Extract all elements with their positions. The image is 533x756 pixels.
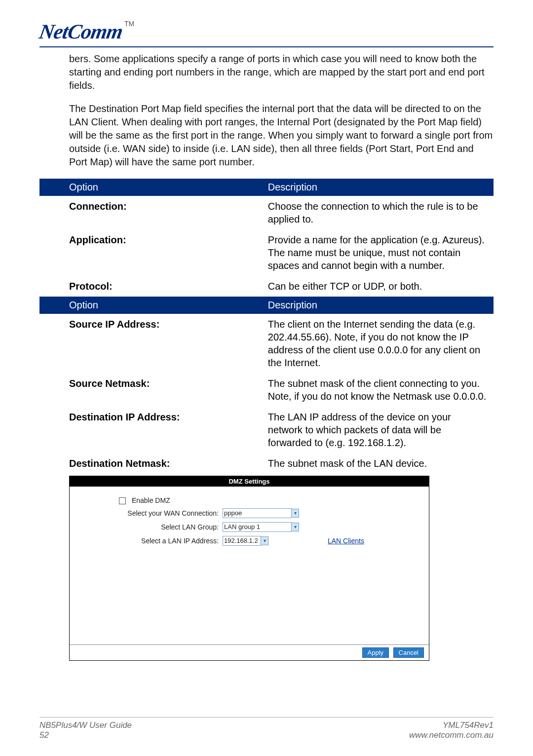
table-row: Destination IP Address: The LAN IP addre…	[39, 407, 494, 453]
option-label: Source Netmask:	[39, 373, 262, 407]
options-table-1: Option Description Connection: Choose th…	[39, 179, 494, 474]
option-label: Destination Netmask:	[39, 453, 262, 474]
option-label: Protocol:	[39, 276, 262, 297]
lan-ip-label: Select a LAN IP Address:	[79, 537, 223, 545]
table-row: Connection: Choose the connection to whi…	[39, 196, 494, 229]
dmz-settings-panel: DMZ Settings Enable DMZ Select your WAN …	[69, 476, 429, 661]
option-desc: The LAN IP address of the device on your…	[262, 407, 494, 453]
option-desc: The subnet mask of the client connecting…	[262, 373, 494, 407]
chevron-down-icon[interactable]: ▾	[291, 509, 299, 518]
option-desc: The client on the Internet sending the d…	[262, 314, 494, 373]
body-paragraph-2: The Destination Port Map field specifies…	[69, 102, 494, 169]
netcomm-logo: NetComm	[38, 20, 124, 43]
option-label: Connection:	[39, 196, 262, 229]
option-label: Destination IP Address:	[39, 407, 262, 453]
dmz-panel-title: DMZ Settings	[70, 476, 429, 487]
table-row: Protocol: Can be either TCP or UDP, or b…	[39, 276, 494, 297]
lan-group-label: Select LAN Group:	[79, 523, 223, 531]
table-row: Destination Netmask: The subnet mask of …	[39, 453, 494, 474]
header-option: Option	[39, 179, 262, 196]
table-row: Source IP Address: The client on the Int…	[39, 314, 494, 373]
header-description: Description	[262, 297, 494, 314]
chevron-down-icon[interactable]: ▾	[291, 523, 299, 531]
enable-dmz-checkbox[interactable]	[119, 497, 126, 504]
header-description: Description	[262, 179, 494, 196]
option-label: Application:	[39, 229, 262, 276]
apply-button[interactable]: Apply	[362, 647, 389, 658]
option-desc: The subnet mask of the LAN device.	[262, 453, 494, 474]
lan-clients-link[interactable]: LAN Clients	[328, 537, 364, 545]
table-header: Option Description	[39, 179, 494, 196]
option-desc: Provide a name for the application (e.g.…	[262, 229, 494, 276]
table-header: Option Description	[39, 297, 494, 314]
body-paragraph-1: bers. Some applications specify a range …	[69, 52, 494, 92]
trademark-symbol: TM	[124, 20, 134, 28]
option-desc: Choose the connection to which the rule …	[262, 196, 494, 229]
enable-dmz-label: Enable DMZ	[132, 496, 170, 504]
option-desc: Can be either TCP or UDP, or both.	[262, 276, 494, 297]
header-option: Option	[39, 297, 262, 314]
footer-page-number: 52	[39, 730, 132, 740]
option-label: Source IP Address:	[39, 314, 262, 373]
lan-ip-select[interactable]: 192.168.1.2	[223, 536, 261, 546]
wan-connection-label: Select your WAN Connection:	[79, 509, 223, 517]
footer-guide-title: NB5Plus4/W User Guide	[39, 720, 132, 730]
lan-group-select[interactable]: LAN group 1	[223, 522, 292, 532]
table-row: Source Netmask: The subnet mask of the c…	[39, 373, 494, 407]
chevron-down-icon[interactable]: ▾	[261, 536, 268, 545]
page-footer: NB5Plus4/W User Guide 52 YML754Rev1 www.…	[39, 717, 494, 740]
footer-url: www.netcomm.com.au	[409, 730, 494, 740]
header-logo-row: NetCommTM	[39, 20, 494, 47]
table-row: Application: Provide a name for the appl…	[39, 229, 494, 276]
cancel-button[interactable]: Cancel	[393, 647, 424, 658]
wan-connection-select[interactable]: pppoe	[223, 508, 292, 518]
footer-revision: YML754Rev1	[409, 720, 494, 730]
